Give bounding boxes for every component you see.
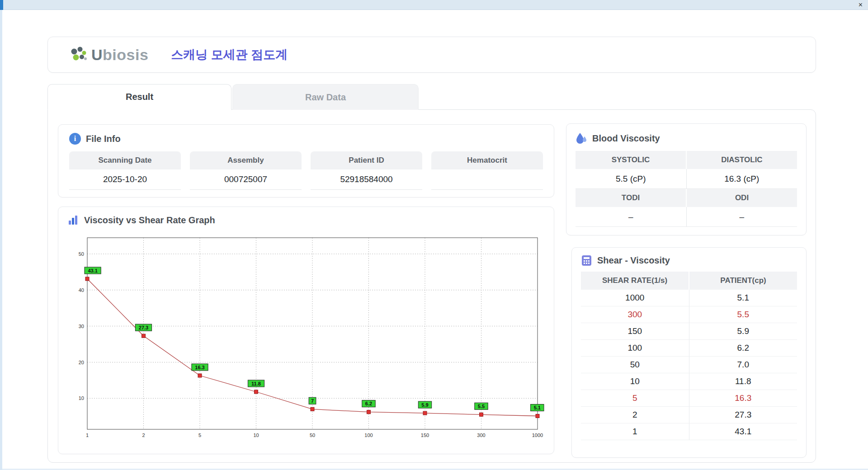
- patient-column-header: PATIENT(cp): [689, 272, 797, 290]
- field-hematocrit: Hematocrit: [431, 151, 543, 190]
- window-left-border: [0, 10, 2, 470]
- patient-id-value: 52918584000: [311, 169, 422, 190]
- diastolic-header: DIASTOLIC: [687, 151, 797, 169]
- graph-title: Viscosity vs Shear Rate Graph: [84, 215, 215, 226]
- svg-text:1000: 1000: [532, 432, 543, 438]
- table-header-row: SHEAR RATE(1/s) PATIENT(cp): [581, 272, 797, 290]
- table-row: 227.3: [581, 407, 797, 423]
- table-row: 1006.2: [581, 340, 797, 357]
- droplet-icon: [576, 132, 587, 145]
- table-row: – –: [576, 207, 797, 227]
- shear-table-body: 10005.13005.51505.91006.2507.01011.8516.…: [581, 290, 797, 440]
- table-row: 507.0: [581, 357, 797, 373]
- svg-text:10: 10: [253, 432, 259, 438]
- result-panel: i File Info Scanning Date 2025-10-20 Ass…: [47, 109, 816, 463]
- svg-text:30: 30: [79, 324, 84, 329]
- file-info-card: i File Info Scanning Date 2025-10-20 Ass…: [58, 124, 554, 197]
- todi-value: –: [576, 207, 687, 227]
- svg-text:100: 100: [364, 432, 373, 438]
- app-window: Ubiosis 스캐닝 모세관 점도계 Result Raw Data i Fi…: [2, 10, 868, 470]
- field-label: Scanning Date: [69, 151, 181, 169]
- shear-viscosity-table: SHEAR RATE(1/s) PATIENT(cp) 10005.13005.…: [581, 272, 797, 450]
- shear-rate-value: 300: [581, 306, 689, 323]
- svg-text:16.3: 16.3: [195, 365, 204, 370]
- table-row: TODI ODI: [576, 189, 797, 207]
- info-icon: i: [69, 133, 81, 145]
- svg-text:300: 300: [477, 432, 485, 438]
- shear-rate-value: 50: [581, 357, 689, 373]
- svg-text:43.1: 43.1: [88, 268, 97, 273]
- patient-viscosity-value: 16.3: [689, 390, 797, 407]
- file-info-title: File Info: [86, 134, 121, 144]
- patient-viscosity-value: 5.1: [689, 290, 797, 306]
- table-row: SYSTOLIC DIASTOLIC: [576, 151, 797, 169]
- field-scanning-date: Scanning Date 2025-10-20: [69, 151, 181, 190]
- tab-raw-data[interactable]: Raw Data: [232, 84, 419, 110]
- odi-value: –: [687, 207, 797, 227]
- svg-text:2: 2: [142, 432, 145, 438]
- svg-text:50: 50: [310, 432, 315, 438]
- table-row: 5.5 (cP) 16.3 (cP): [576, 169, 797, 189]
- ubiosis-logo: Ubiosis: [69, 46, 148, 64]
- svg-text:50: 50: [79, 251, 84, 257]
- shear-rate-value: 1: [581, 423, 689, 440]
- field-assembly: Assembly 000725007: [190, 151, 302, 190]
- patient-viscosity-value: 6.2: [689, 340, 797, 357]
- window-titlebar: ×: [0, 0, 868, 10]
- diastolic-value: 16.3 (cP): [687, 169, 797, 189]
- svg-text:10: 10: [79, 395, 84, 401]
- shear-rate-value: 150: [581, 323, 689, 340]
- field-label: Patient ID: [311, 151, 422, 169]
- table-row: 1505.9: [581, 323, 797, 340]
- svg-text:1: 1: [86, 432, 89, 438]
- patient-viscosity-value: 11.8: [689, 373, 797, 390]
- table-row: 3005.5: [581, 306, 797, 323]
- viscosity-chart-svg: 10203040501251050100150300100043.127.316…: [67, 230, 545, 443]
- svg-text:5: 5: [198, 432, 201, 438]
- patient-viscosity-value: 43.1: [689, 423, 797, 440]
- svg-text:40: 40: [79, 287, 84, 293]
- blood-viscosity-title: Blood Viscosity: [592, 133, 660, 144]
- odi-header: ODI: [687, 189, 797, 207]
- svg-text:5.5: 5.5: [478, 404, 485, 409]
- ubiosis-logo-icon: [69, 46, 89, 64]
- table-row: 10005.1: [581, 290, 797, 306]
- viscosity-chart: 10203040501251050100150300100043.127.316…: [67, 230, 545, 445]
- svg-text:6.2: 6.2: [365, 401, 372, 406]
- systolic-value: 5.5 (cP): [576, 169, 687, 189]
- bar-chart-icon: [67, 214, 79, 226]
- shear-rate-value: 5: [581, 390, 689, 407]
- svg-text:20: 20: [79, 360, 84, 365]
- blood-viscosity-table: SYSTOLIC DIASTOLIC 5.5 (cP) 16.3 (cP) TO…: [576, 151, 797, 227]
- shear-viscosity-card: Shear - Viscosity SHEAR RATE(1/s) PATIEN…: [571, 247, 807, 458]
- field-label: Assembly: [190, 151, 302, 169]
- page-title: 스캐닝 모세관 점도계: [171, 47, 288, 63]
- patient-viscosity-value: 5.5: [689, 306, 797, 323]
- window-accent: [0, 0, 3, 10]
- window-close-button[interactable]: ×: [859, 0, 863, 10]
- svg-text:11.8: 11.8: [251, 381, 261, 386]
- shear-viscosity-title: Shear - Viscosity: [597, 255, 670, 266]
- shear-rate-value: 100: [581, 340, 689, 357]
- field-patient-id: Patient ID 52918584000: [311, 151, 422, 190]
- tab-bar: Result Raw Data: [47, 84, 419, 110]
- app-header: Ubiosis 스캐닝 모세관 점도계: [47, 37, 816, 73]
- field-label: Hematocrit: [431, 151, 543, 169]
- svg-text:5.1: 5.1: [534, 405, 541, 410]
- scanning-date-value: 2025-10-20: [69, 169, 181, 190]
- svg-text:7: 7: [311, 398, 314, 404]
- table-row: 516.3: [581, 390, 797, 407]
- patient-viscosity-value: 7.0: [689, 357, 797, 373]
- shear-rate-value: 10: [581, 373, 689, 390]
- tab-result[interactable]: Result: [47, 84, 231, 110]
- table-row: 1011.8: [581, 373, 797, 390]
- svg-text:150: 150: [421, 432, 429, 438]
- svg-text:5.9: 5.9: [421, 402, 428, 408]
- calculator-icon: [581, 255, 592, 266]
- patient-viscosity-value: 27.3: [689, 407, 797, 423]
- viscosity-graph-card: Viscosity vs Shear Rate Graph 1020304050…: [58, 207, 554, 454]
- blood-viscosity-card: Blood Viscosity SYSTOLIC DIASTOLIC 5.5 (…: [566, 123, 807, 235]
- shear-rate-column-header: SHEAR RATE(1/s): [581, 272, 689, 290]
- shear-rate-value: 2: [581, 407, 689, 423]
- file-info-fields: Scanning Date 2025-10-20 Assembly 000725…: [69, 151, 543, 190]
